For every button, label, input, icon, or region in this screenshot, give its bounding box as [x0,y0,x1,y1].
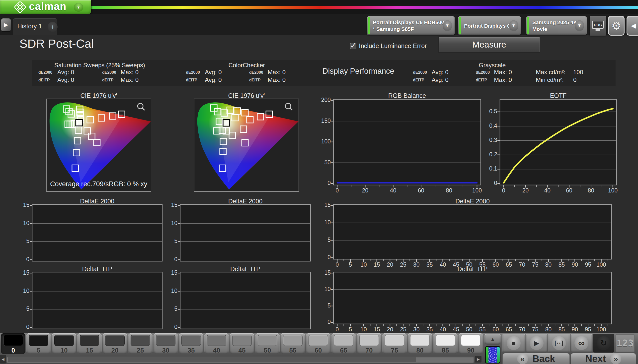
settings-button[interactable]: ⚙ [608,16,624,36]
grayscale-patch-30[interactable]: 30 [154,333,178,354]
stat-value: Avg: 0 [205,76,222,84]
continuous-mode-button[interactable]: ∞ [571,334,592,352]
grayscale-patch-10[interactable]: 10 [52,333,76,354]
axis-label: 100 [310,138,331,145]
step-range-button[interactable]: [··] [548,334,570,352]
chevron-down-icon[interactable]: ▼ [575,20,584,31]
grayscale-patch-70[interactable]: 70 [357,333,381,354]
axis-label: 60 [413,187,430,194]
grayscale-patch-0[interactable]: 0 [1,333,26,354]
rgb-balance-chart [333,99,481,185]
metric-label: dEITP [413,78,424,82]
axis-label: 0 [476,180,497,186]
grayscale-patch-65[interactable]: 65 [332,333,356,354]
de2000-chart-grayscale [333,204,612,260]
play-button[interactable]: ▶ [526,334,547,352]
grayscale-patch-80[interactable]: 80 [408,333,432,354]
axis-label: 0 [495,187,512,194]
grayscale-patch-35[interactable]: 35 [179,333,203,354]
grayscale-patch-40[interactable]: 40 [204,333,229,354]
collapse-strip-button[interactable]: ▲ [484,334,501,344]
metric-label: dE2000 [476,70,490,75]
rainbow-strip [89,6,638,9]
loop-mode-button[interactable]: ↻ [593,334,614,352]
collapse-panel-button[interactable]: ◀ [626,16,638,36]
patch-label: 0 [1,346,26,354]
grayscale-patch-90[interactable]: 90 [459,333,483,354]
meter-dropdown-secondary[interactable]: Portrait Displays G1 ▼ [458,16,521,35]
axis-label: 0.2 [476,151,497,158]
patch-label: 60 [306,346,331,354]
stat-value: Avg: 0 [57,69,74,76]
source-dropdown[interactable]: Samsung 2025 4K Movie ▼ [526,16,587,35]
measure-button[interactable]: Measure [438,36,540,53]
axis-label: 50 [310,159,331,166]
chevron-down-icon[interactable]: ▼ [443,20,452,31]
metric-label: dEITP [186,78,197,82]
axis-label: 5 [9,238,30,244]
grayscale-patch-50[interactable]: 50 [255,333,280,354]
axis-label: 15 [9,270,30,276]
coverage-readout: Coverage rec.709/sRGB: 0 % xy [47,180,150,188]
axis-label: 0 [329,187,346,194]
axis-label: 10 [9,288,30,294]
tab-history-1[interactable]: History 1 [16,23,43,30]
chevron-down-icon[interactable]: ▼ [509,20,518,31]
patch-label: 35 [179,346,203,354]
patch-swatch [232,335,252,346]
history-nav-button[interactable]: ▶ [1,18,11,32]
patch-swatch [308,335,328,346]
axis-label: 5 [310,302,331,309]
back-button[interactable]: « Back [502,353,570,364]
patch-label: 80 [408,346,432,354]
patch-label: 15 [77,346,102,354]
grayscale-patch-45[interactable]: 45 [230,333,254,354]
grayscale-patch-25[interactable]: 25 [128,333,153,354]
next-button[interactable]: Next » [571,353,636,364]
axis-label: 0.5 [476,108,497,115]
patch-label: 50 [255,346,280,354]
grayscale-patch-15[interactable]: 15 [77,333,102,354]
include-luminance-checkbox[interactable]: ✓ [350,43,356,49]
chevron-down-icon[interactable]: ▼ [74,3,83,12]
axis-label: 80 [582,187,600,194]
grayscale-patch-85[interactable]: 85 [433,333,458,354]
patch-label: 25 [128,346,153,354]
add-tab-button[interactable]: + [48,22,58,32]
meter-dropdown-primary[interactable]: Portrait Displays C6 HDR5000 * Samsung S… [367,16,455,35]
scroll-left-button[interactable]: ◀ [0,355,6,364]
patch-label: 55 [281,346,305,354]
metric-label: dEITP [102,78,113,82]
deitp-chart-grayscale [333,272,612,324]
stop-button[interactable]: ■ [502,334,525,352]
grayscale-patch-75[interactable]: 75 [382,333,407,354]
grayscale-patch-60[interactable]: 60 [306,333,331,354]
cie-1976-chart-colorchecker[interactable] [194,98,299,192]
patch-swatch [29,335,48,346]
grayscale-patch-55[interactable]: 55 [281,333,305,354]
calman-menu-button[interactable]: calman ▼ [0,0,91,14]
axis-label: 200 [310,96,331,103]
pattern-window-thumbnail[interactable] [485,346,500,364]
axis-label: 0 [310,254,331,261]
chevron-left-icon: ◀ [2,357,5,362]
axis-label: 80 [440,187,458,194]
ddc-control-button[interactable]: DDC [590,16,606,36]
patch-label: 85 [433,346,458,354]
patch-scrollbar-thumb[interactable] [8,357,416,362]
patch-swatch [80,335,99,346]
axis-label: 0.1 [476,165,497,172]
grayscale-patch-5[interactable]: 5 [27,333,51,354]
scroll-right-button[interactable]: ▶ [475,356,481,362]
colorchecker-title: ColorChecker [184,62,309,69]
axis-label: 15 [157,270,177,276]
patch-label: 40 [204,346,229,354]
axis-label: 10 [310,219,331,226]
cie-1976-chart-saturation[interactable] [46,98,151,192]
grayscale-patch-20[interactable]: 20 [103,333,127,354]
axis-label: 40 [539,187,556,194]
axis-label: 0 [9,256,30,263]
axis-label: 60 [560,187,578,194]
axis-label: 100 [468,187,486,194]
patch-swatch [334,335,353,346]
